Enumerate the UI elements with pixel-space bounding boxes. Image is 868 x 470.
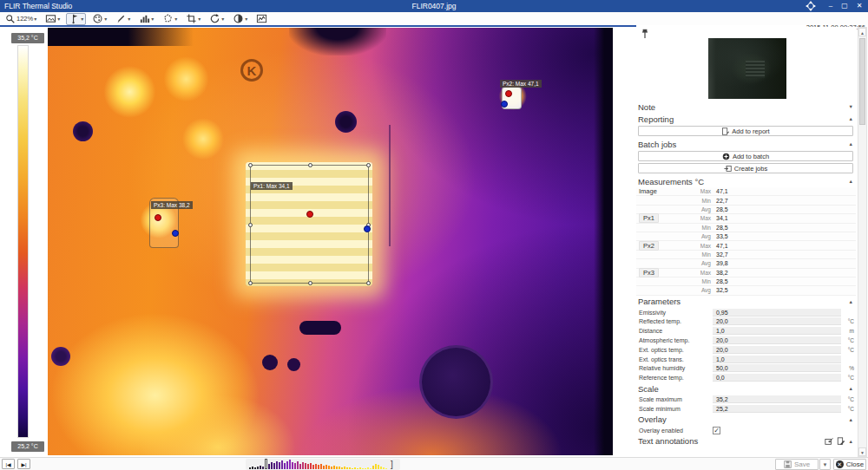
scrollbar-thumb[interactable] xyxy=(859,38,865,125)
chevron-up-icon[interactable]: ▲ xyxy=(849,386,853,391)
resize-handle[interactable] xyxy=(366,281,371,285)
thermal-image[interactable]: K Px1: Max 34,1 Px2: Max 47,1 Px3: Max 3… xyxy=(48,28,613,455)
parameter-unit: °C xyxy=(841,347,856,353)
section-reporting[interactable]: Reporting▲ xyxy=(636,113,856,125)
parameter-value-field[interactable]: 25,2 xyxy=(713,405,841,413)
draw-tool-button[interactable]: ▾ xyxy=(113,13,133,25)
rotate-tool-button[interactable]: ▾ xyxy=(207,13,227,25)
zoom-tool-button[interactable]: 122%▾ xyxy=(3,13,39,25)
thermal-component xyxy=(299,321,341,335)
plot-tool-button[interactable] xyxy=(253,13,270,25)
section-overlay[interactable]: Overlay▲ xyxy=(636,414,856,426)
measurement-stat-row: Avg32,5 xyxy=(636,286,856,295)
thermal-component xyxy=(262,355,278,370)
chevron-up-icon[interactable]: ▲ xyxy=(849,299,853,304)
panel-scrollbar[interactable]: ▲ ▼ xyxy=(858,27,867,457)
main-toolbar: 122%▾ ▾ ▾ ▾ ▾ ▾ ▾ ▾ xyxy=(0,12,868,25)
last-image-button[interactable]: ▶| xyxy=(17,459,30,469)
chevron-up-icon[interactable]: ▲ xyxy=(849,179,853,184)
pin-panel-icon[interactable] xyxy=(640,29,650,39)
histogram-range-marker[interactable] xyxy=(265,459,267,469)
close-window-button[interactable]: ✕ xyxy=(853,1,865,11)
measurement-group-label: Px1 xyxy=(636,214,688,222)
section-scale[interactable]: Scale▲ xyxy=(636,382,856,395)
scroll-down-arrow[interactable]: ▼ xyxy=(858,447,866,456)
thermal-dark-region xyxy=(289,28,386,55)
stat-key: Max xyxy=(688,188,711,194)
scroll-up-arrow[interactable]: ▲ xyxy=(858,28,866,36)
measurement-group-label: Px3 xyxy=(636,269,688,277)
save-button[interactable]: Save xyxy=(775,459,819,470)
section-measurements[interactable]: Measurements °C▲ xyxy=(636,175,856,187)
overlay-enabled-checkbox[interactable]: ✓ xyxy=(713,427,720,434)
chevron-up-icon[interactable]: ▲ xyxy=(849,141,853,147)
histogram-bar xyxy=(354,467,356,469)
parameter-value-field[interactable]: 0,95 xyxy=(713,309,841,317)
histogram-tool-button[interactable]: ▾ xyxy=(136,13,156,25)
resize-handle[interactable] xyxy=(308,281,312,285)
histogram-bar xyxy=(276,461,278,469)
parameter-row: Emissivity0,95 xyxy=(636,308,856,317)
parameter-value-field[interactable]: 20,0 xyxy=(713,336,841,344)
parameter-value-field[interactable]: 35,2 xyxy=(713,395,841,403)
maximize-button[interactable]: ▢ xyxy=(838,1,851,11)
palette-scale-bar[interactable] xyxy=(17,45,29,438)
annotation-import-icon[interactable] xyxy=(825,437,833,446)
section-text-annotations[interactable]: Text annotations ▲ xyxy=(636,435,856,447)
thermal-battery xyxy=(419,345,493,419)
crop-tool-button[interactable]: ▾ xyxy=(183,13,203,25)
chevron-down-icon[interactable]: ▼ xyxy=(849,104,853,109)
section-note[interactable]: Note▼ xyxy=(636,101,856,113)
visible-light-thumbnail[interactable] xyxy=(708,38,786,99)
parameter-value-field[interactable]: 0,0 xyxy=(713,374,841,382)
temperature-histogram[interactable]: ] xyxy=(246,459,400,470)
measurement-label-px2: Px2: Max 47,1 xyxy=(500,80,542,88)
parameter-unit: °C xyxy=(841,318,856,324)
histogram-bar xyxy=(289,460,291,469)
section-batch-jobs[interactable]: Batch jobs▲ xyxy=(636,138,856,150)
resize-handle[interactable] xyxy=(366,163,371,167)
parameter-label: Ext. optics trans. xyxy=(636,356,713,362)
resize-handle[interactable] xyxy=(248,223,253,227)
add-to-report-button[interactable]: Add to report xyxy=(638,126,853,136)
close-image-button[interactable]: ✕ Close xyxy=(833,459,866,470)
parameter-value-field[interactable]: 1,0 xyxy=(713,356,841,363)
image-mode-tool-button[interactable]: ▾ xyxy=(43,13,62,25)
measurement-stat-row: Min22,7 xyxy=(636,196,856,205)
parameter-value-field[interactable]: 50,0 xyxy=(713,364,841,372)
histogram-bar xyxy=(352,468,353,469)
histogram-right-bracket[interactable]: ] xyxy=(391,460,393,469)
resize-handle[interactable] xyxy=(248,163,253,167)
flir-thermal-studio-window: FLIR Thermal Studio FLIR0407.jpg – ▢ ✕ 1… xyxy=(0,0,868,470)
section-parameters[interactable]: Parameters▲ xyxy=(636,296,856,308)
stat-value: 33,5 xyxy=(716,233,728,239)
thermal-screw-hole xyxy=(51,347,70,366)
dropdown-caret-icon: ▾ xyxy=(221,13,224,25)
resize-handle[interactable] xyxy=(308,163,312,167)
side-panel: Note▼ Reporting▲ Add to report Batch job… xyxy=(636,27,856,457)
annotation-edit-icon[interactable] xyxy=(837,437,845,446)
parameter-value-field[interactable]: 20,0 xyxy=(713,317,841,325)
create-jobs-button[interactable]: Create jobs xyxy=(638,163,853,173)
add-to-batch-button[interactable]: Add to batch xyxy=(638,151,853,161)
palette-tool-button[interactable]: ▾ xyxy=(89,13,109,25)
spot-measurement-icon xyxy=(69,13,80,24)
chevron-up-icon[interactable]: ▲ xyxy=(849,116,853,121)
save-options-dropdown[interactable]: ▼ xyxy=(819,459,831,470)
resize-handle[interactable] xyxy=(248,281,253,285)
dropdown-caret-icon: ▾ xyxy=(151,13,154,25)
scale-max-label: 35,2 °C xyxy=(11,33,44,43)
minimize-button[interactable]: – xyxy=(825,1,837,11)
first-image-button[interactable]: |◀ xyxy=(2,459,15,469)
parameter-unit: °C xyxy=(841,375,856,381)
parameter-value-field[interactable]: 20,0 xyxy=(713,346,841,354)
stat-key: Min xyxy=(688,198,711,204)
close-circle-icon: ✕ xyxy=(836,460,844,468)
chevron-up-icon[interactable]: ▲ xyxy=(849,417,853,422)
chevron-up-icon[interactable]: ▲ xyxy=(849,439,853,444)
parameter-row: Reference temp.0,0°C xyxy=(636,373,856,382)
parameter-value-field[interactable]: 1,0 xyxy=(713,327,841,335)
region-tool-button[interactable]: ▾ xyxy=(160,13,180,25)
measurement-tool-button[interactable]: ▾ xyxy=(66,13,86,25)
color-adjust-tool-button[interactable]: ▾ xyxy=(230,13,250,25)
